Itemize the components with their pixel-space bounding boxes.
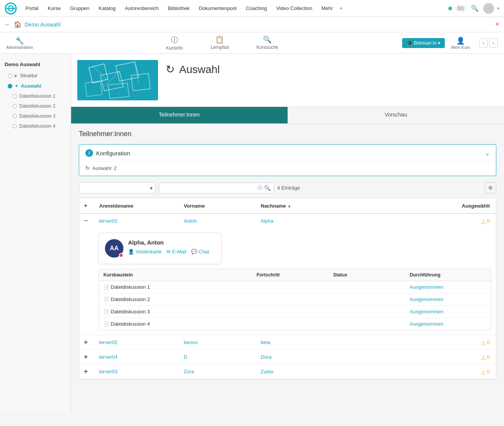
durchfuehrung-link-2[interactable]: Ausgenommen bbox=[410, 309, 443, 315]
konfiguration-header[interactable]: i Konfiguration ⌄ bbox=[79, 145, 496, 161]
back-button[interactable]: ← bbox=[5, 21, 11, 28]
lernpfad-icon: 📋 bbox=[215, 35, 224, 44]
tab-vorschau[interactable]: Vorschau bbox=[288, 107, 504, 123]
collapse-button[interactable]: − bbox=[84, 217, 88, 225]
administration-button[interactable]: 🔧 Administration bbox=[6, 37, 33, 50]
vorname-link-lerner04[interactable]: D bbox=[184, 354, 187, 360]
nav-mehr[interactable]: Mehr bbox=[318, 3, 337, 13]
nav-gruppen[interactable]: Gruppen bbox=[66, 3, 93, 13]
add-all-icon[interactable]: + bbox=[84, 202, 87, 209]
lernpfad-button[interactable]: 📋 Lernpfad bbox=[206, 32, 233, 54]
expand-button-lerner02[interactable]: + bbox=[84, 338, 88, 346]
th-vorname[interactable]: Vorname bbox=[179, 202, 256, 209]
session-badge: 0/1 bbox=[455, 5, 466, 12]
td-vorname-lerner04: D bbox=[179, 354, 256, 360]
breadcrumb-title[interactable]: Demo Auswahl bbox=[25, 22, 60, 28]
kursinfo-icon: ⓘ bbox=[171, 35, 178, 45]
sub-td-kursbaustein-2: 📄 Dateidiskussion 3 bbox=[103, 309, 256, 315]
kurssuche-button[interactable]: 🔍 Kurssuche bbox=[252, 32, 283, 54]
search-icon: 🔍 bbox=[264, 185, 271, 191]
expand-button-lerner04[interactable]: + bbox=[84, 353, 88, 361]
durchfuehrung-link-0[interactable]: Ausgenommen bbox=[410, 284, 443, 290]
expand-button-lerner03[interactable]: + bbox=[84, 368, 88, 376]
course-header: ↻ Auswahl bbox=[71, 54, 504, 107]
sidebar-circle-auswahl bbox=[8, 84, 12, 88]
kursinfo-button[interactable]: ⓘ Kursinfo bbox=[161, 32, 188, 54]
vorname-link-lerner01[interactable]: Anton bbox=[184, 218, 197, 224]
anmeldename-link-lerner02[interactable]: lerner02 bbox=[99, 339, 118, 345]
nav-dokumentenpool[interactable]: Dokumentenpool bbox=[195, 3, 240, 13]
nachname-link-lerner01[interactable]: Alpha bbox=[261, 218, 273, 224]
user-avatar[interactable] bbox=[483, 3, 494, 14]
vorname-link-lerner03[interactable]: Zora bbox=[184, 369, 194, 374]
user-card-actions: 👤 Visitenkarte ✉ E-Mail 💬 bbox=[128, 249, 215, 255]
nav-coaching[interactable]: Coaching bbox=[242, 3, 271, 13]
visitenkarte-button[interactable]: 👤 Visitenkarte bbox=[128, 249, 162, 255]
td-vorname-lerner03: Zora bbox=[179, 369, 256, 374]
clear-search-icon[interactable]: ⓧ bbox=[257, 185, 263, 191]
logo-icon[interactable] bbox=[5, 2, 17, 15]
home-icon[interactable]: 🏠 bbox=[14, 21, 22, 28]
table-row-lerner03: + lerner03 Zora Zuber △ 0 bbox=[79, 364, 496, 379]
anmeldename-link-lerner01[interactable]: lerner01 bbox=[99, 218, 118, 224]
search-button[interactable]: 🔍 bbox=[469, 3, 480, 13]
close-button[interactable]: × bbox=[495, 20, 499, 28]
filter-dropdown[interactable] bbox=[79, 182, 156, 193]
sidebar-root-item[interactable]: Demo Auswahl bbox=[0, 58, 71, 70]
nachname-link-lerner03[interactable]: Zuber bbox=[261, 369, 274, 374]
anmeldename-link-lerner03[interactable]: lerner03 bbox=[99, 369, 118, 374]
sidebar-item-struktur[interactable]: ▶ Struktur bbox=[0, 70, 71, 81]
nav-bibliothek[interactable]: Bibliothek bbox=[164, 3, 193, 13]
warning-icon-lerner03: △ bbox=[481, 369, 486, 375]
mein-kurs-button[interactable]: 👤 Mein Kurs bbox=[451, 37, 470, 50]
file-icon-1: 📄 bbox=[103, 297, 109, 302]
table-settings-button[interactable]: ⚙ bbox=[485, 182, 496, 193]
sidebar-item-auswahl[interactable]: ▼ Auswahl bbox=[0, 81, 71, 91]
nachname-link-lerner04[interactable]: Dora bbox=[261, 354, 271, 360]
chat-icon: 💬 bbox=[191, 249, 197, 255]
entry-count: 4 Einträge bbox=[277, 185, 482, 191]
kurssuche-label: Kurssuche bbox=[256, 45, 278, 50]
vorname-link-lerner02[interactable]: benno bbox=[184, 339, 198, 345]
warning-count-lerner01: 0 bbox=[487, 218, 490, 224]
sidebar-item-dateidiskussion4[interactable]: Dateidiskussion 4 bbox=[0, 121, 71, 131]
tab-teilnehmerinnen[interactable]: Teilnehmer:innen bbox=[71, 107, 288, 123]
user-card-inner: AA Alpha, Anton 👤 Visitenkarte bbox=[98, 233, 221, 264]
th-anmeldename[interactable]: Anmeldename bbox=[95, 202, 179, 209]
rolle-btn-label: Betreuer:in bbox=[414, 40, 437, 46]
durchfuehrung-link-3[interactable]: Ausgenommen bbox=[410, 321, 443, 327]
sidebar-item-dateidiskussion1[interactable]: Dateidiskussion 1 bbox=[0, 91, 71, 101]
sidebar-circle-dd4 bbox=[12, 124, 17, 128]
nachname-link-lerner02[interactable]: beta bbox=[261, 339, 270, 345]
next-button[interactable]: › bbox=[489, 38, 498, 48]
nav-kurse[interactable]: Kurse bbox=[44, 3, 65, 13]
toolbar-center: ⓘ Kursinfo 📋 Lernpfad 🔍 Kurssuche bbox=[42, 32, 402, 54]
td-anmeldename-lerner02: lerner02 bbox=[95, 339, 179, 345]
sub-table-header: Kursbaustein Fortschritt Status Durchfüh… bbox=[99, 269, 491, 281]
chat-button[interactable]: 💬 Chat bbox=[191, 249, 209, 255]
prev-button[interactable]: ‹ bbox=[479, 38, 488, 48]
sidebar-item-dateidiskussion3[interactable]: Dateidiskussion 3 bbox=[0, 111, 71, 121]
sidebar-circle-struktur bbox=[8, 73, 12, 78]
sub-row-1: 📄 Dateidiskussion 2 Ausgenommen bbox=[99, 293, 491, 306]
search-input[interactable] bbox=[162, 185, 256, 191]
nav-portal[interactable]: Portal bbox=[22, 3, 42, 13]
rolle-button[interactable]: 🎓 Betreuer:in ▾ bbox=[402, 38, 445, 48]
info-icon: i bbox=[85, 149, 93, 157]
nav-katalog[interactable]: Katalog bbox=[95, 3, 120, 13]
th-nachname[interactable]: Nachname ▲ bbox=[256, 202, 333, 209]
chat-label: Chat bbox=[199, 249, 209, 255]
sub-th-kursbaustein: Kursbaustein bbox=[103, 272, 256, 278]
nav-video-collection[interactable]: Video Collection bbox=[272, 3, 316, 13]
sidebar-item-dateidiskussion2[interactable]: Dateidiskussion 2 bbox=[0, 101, 71, 111]
sidebar-label-dd3: Dateidiskussion 3 bbox=[19, 113, 55, 119]
table-header: + Anmeldename Vorname Nachname ▲ Ausgewä… bbox=[79, 198, 496, 214]
durchfuehrung-link-1[interactable]: Ausgenommen bbox=[410, 296, 443, 302]
sub-td-kursbaustein-3: 📄 Dateidiskussion 4 bbox=[103, 321, 256, 327]
nav-autorenbereich[interactable]: Autorenbereich bbox=[121, 3, 163, 13]
search-wrapper: ⓧ 🔍 bbox=[159, 183, 274, 193]
email-button[interactable]: ✉ E-Mail bbox=[166, 249, 186, 255]
avatar-dropdown[interactable]: ▾ bbox=[497, 6, 499, 11]
anmeldename-link-lerner04[interactable]: lerner04 bbox=[99, 354, 118, 360]
td-nachname-lerner01: Alpha bbox=[256, 218, 333, 224]
